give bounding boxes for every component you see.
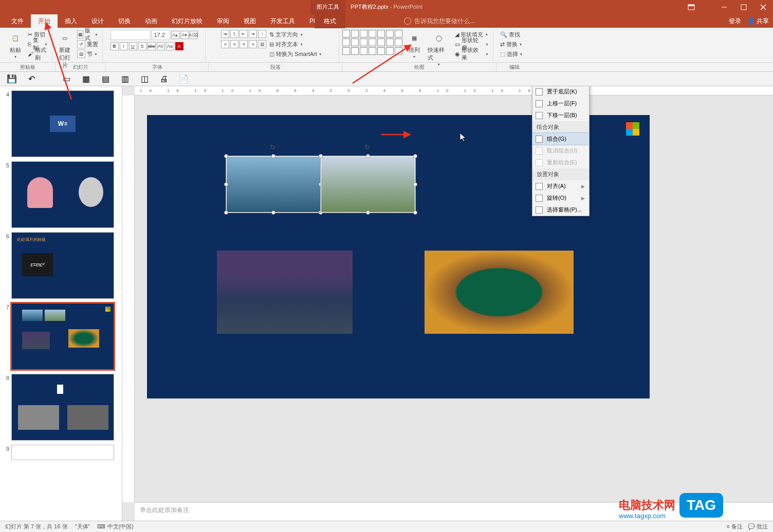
slide-thumbnails-panel[interactable]: 4★ W≡ 5 6 此处填片的标题 ε=mc² 7★: [0, 86, 122, 521]
image-mountain-1[interactable]: [226, 156, 321, 213]
resize-handle[interactable]: [271, 211, 275, 215]
tab-format[interactable]: 格式: [315, 14, 345, 28]
resize-handle[interactable]: [224, 211, 228, 215]
rotate-handle-icon[interactable]: [364, 142, 372, 149]
qat-btn-2[interactable]: ▦: [81, 74, 90, 84]
reset-button[interactable]: ↺重置: [76, 40, 99, 49]
tab-home[interactable]: 开始: [31, 14, 58, 28]
selection-pane-item[interactable]: 选择窗格(P)...: [532, 204, 589, 216]
tab-transitions[interactable]: 切换: [111, 14, 138, 28]
find-button[interactable]: 🔍查找: [499, 30, 521, 39]
thumb-4[interactable]: 4★ W≡: [2, 90, 120, 157]
strike-button[interactable]: abc: [148, 42, 156, 50]
justify-button[interactable]: ≡: [249, 40, 257, 48]
notes-toggle[interactable]: ≡ 备注: [726, 523, 742, 530]
quick-styles-button[interactable]: ◯ 快速样式 ▼: [426, 30, 452, 67]
tab-slideshow[interactable]: 幻灯片放映: [164, 14, 210, 28]
replace-button[interactable]: ⇄替换▼: [499, 40, 524, 49]
align-left-button[interactable]: ≡: [221, 40, 229, 48]
thumb-4-preview[interactable]: W≡: [11, 90, 114, 157]
font-size-input[interactable]: 17.2: [152, 30, 170, 40]
indent-inc-button[interactable]: ⇥: [249, 30, 257, 38]
clear-format-button[interactable]: A⌫: [190, 31, 198, 39]
tab-animations[interactable]: 动画: [138, 14, 164, 28]
ribbon-display-options-icon[interactable]: [688, 4, 695, 11]
thumb-7-preview[interactable]: [11, 303, 114, 370]
qat-btn-1[interactable]: ▭: [62, 74, 71, 84]
maximize-button[interactable]: [734, 0, 753, 14]
thumb-8[interactable]: 8: [2, 374, 120, 441]
new-slide-button[interactable]: ▭ 新建 幻灯片: [56, 30, 74, 70]
image-mountain-2[interactable]: [321, 156, 415, 213]
bold-button[interactable]: B: [111, 42, 119, 50]
minimize-button[interactable]: [714, 0, 734, 14]
shape-effects-button[interactable]: ◉形状效果▼: [454, 49, 490, 59]
tab-design[interactable]: 设计: [84, 14, 111, 28]
language-indicator[interactable]: ⌨ 中文(中国): [97, 523, 133, 530]
arrange-button[interactable]: ▦ 排列 ▼: [405, 30, 424, 60]
thumb-5-preview[interactable]: [11, 161, 114, 228]
send-to-back-item[interactable]: 置于底层(K): [532, 86, 589, 98]
spacing-button[interactable]: AV: [157, 42, 165, 50]
section-button[interactable]: ▤节▼: [76, 49, 99, 59]
font-name-input[interactable]: [111, 30, 151, 40]
resize-handle[interactable]: [366, 154, 370, 158]
rotate-handle-icon[interactable]: [270, 142, 277, 149]
italic-button[interactable]: I: [120, 42, 128, 50]
tab-review[interactable]: 审阅: [210, 14, 236, 28]
image-city[interactable]: [217, 251, 353, 334]
send-backward-item[interactable]: 下移一层(B): [532, 109, 589, 121]
columns-button[interactable]: ▥: [258, 40, 266, 48]
resize-handle[interactable]: [224, 182, 228, 186]
undo-button[interactable]: ↶: [27, 74, 36, 84]
change-case-button[interactable]: Aa: [166, 42, 174, 50]
resize-handle[interactable]: [413, 211, 417, 215]
thumb-5[interactable]: 5: [2, 161, 120, 228]
font-color-button[interactable]: A: [175, 42, 183, 50]
tab-view[interactable]: 视图: [236, 14, 263, 28]
qat-btn-5[interactable]: ◫: [140, 74, 149, 84]
qat-btn-4[interactable]: ▥: [120, 74, 130, 84]
rotate-item[interactable]: 旋转(O)▶: [532, 192, 589, 204]
shrink-font-button[interactable]: A▾: [180, 31, 189, 39]
bullets-button[interactable]: ≔: [221, 30, 229, 38]
indent-dec-button[interactable]: ⇤: [240, 30, 248, 38]
align-text-button[interactable]: ⊟对齐文本▼: [268, 40, 323, 49]
tab-developer[interactable]: 开发工具: [263, 14, 302, 28]
line-spacing-button[interactable]: ↕: [258, 30, 266, 38]
smartart-button[interactable]: ◫转换为 SmartArt▼: [268, 49, 323, 59]
numbering-button[interactable]: ⒈: [230, 30, 238, 38]
qat-btn-7[interactable]: 📄: [179, 74, 188, 84]
image-chalkboard[interactable]: [425, 251, 574, 334]
thumb-6[interactable]: 6 此处填片的标题 ε=mc²: [2, 232, 120, 299]
shapes-gallery[interactable]: [342, 30, 403, 55]
resize-handle[interactable]: [366, 211, 370, 215]
resize-handle[interactable]: [319, 154, 323, 158]
thumb-6-preview[interactable]: 此处填片的标题 ε=mc²: [11, 232, 114, 299]
resize-handle[interactable]: [413, 154, 417, 158]
thumb-8-preview[interactable]: [11, 374, 114, 441]
save-button[interactable]: 💾: [7, 74, 16, 84]
format-painter-button[interactable]: 🖌格式刷: [27, 49, 49, 59]
qat-btn-6[interactable]: 🖨: [159, 74, 169, 84]
underline-button[interactable]: U: [129, 42, 137, 50]
align-item[interactable]: 对齐(A)▶: [532, 180, 589, 192]
thumb-9-preview[interactable]: [11, 445, 114, 460]
tab-file[interactable]: 文件: [4, 14, 31, 28]
align-right-button[interactable]: ≡: [240, 40, 248, 48]
text-direction-button[interactable]: ⇅文字方向▼: [268, 30, 323, 39]
login-link[interactable]: 登录: [729, 17, 741, 26]
resize-handle[interactable]: [271, 154, 275, 158]
layout-button[interactable]: ▦版式▼: [76, 30, 99, 39]
close-button[interactable]: [753, 0, 773, 14]
resize-handle[interactable]: [224, 154, 228, 158]
tab-insert[interactable]: 插入: [58, 14, 84, 28]
group-item[interactable]: 组合(G): [532, 133, 589, 145]
select-button[interactable]: ⬚选择▼: [499, 49, 524, 59]
thumb-9[interactable]: 9: [2, 445, 120, 460]
tell-me-search[interactable]: 告诉我您想要做什么...: [404, 14, 475, 28]
thumb-7[interactable]: 7★: [2, 303, 120, 370]
qat-btn-3[interactable]: ▤: [101, 74, 110, 84]
resize-handle[interactable]: [413, 182, 417, 186]
paste-button[interactable]: 📋 粘贴 ▼: [6, 30, 25, 60]
